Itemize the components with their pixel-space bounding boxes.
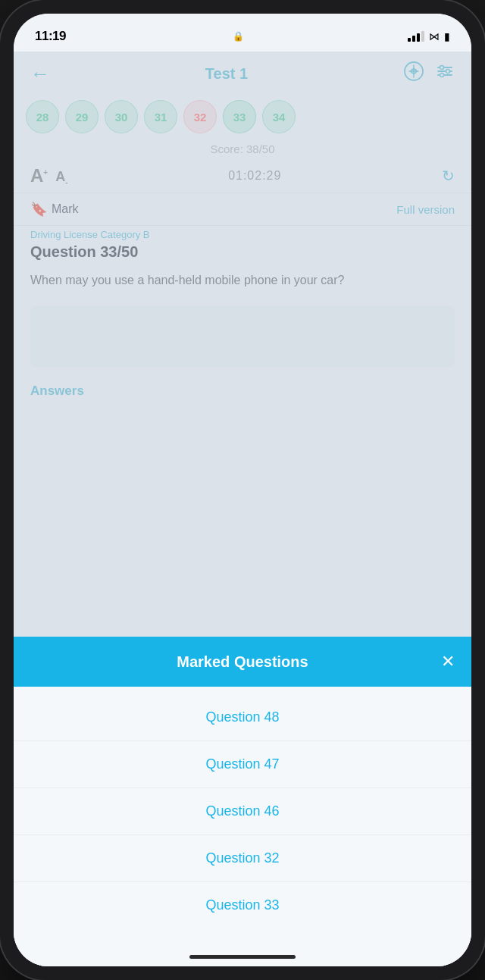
screen-content: ← Test 1 <box>14 52 471 966</box>
phone-shell: 11:19 🔒 ⋈ ▮ ← Test 1 <box>0 0 485 980</box>
battery-icon: ▮ <box>444 30 450 42</box>
modal-item-q48[interactable]: Question 48 <box>14 694 471 741</box>
status-bar: 11:19 🔒 ⋈ ▮ <box>14 14 471 52</box>
modal-item-q33[interactable]: Question 33 <box>14 882 471 928</box>
status-icons: ⋈ ▮ <box>408 30 450 42</box>
signal-icon <box>408 31 424 42</box>
modal-item-q32[interactable]: Question 32 <box>14 835 471 882</box>
modal-item-q47[interactable]: Question 47 <box>14 741 471 788</box>
lock-icon: 🔒 <box>233 31 244 42</box>
modal-title: Marked Questions <box>53 653 432 671</box>
modal-close-button[interactable]: ✕ <box>432 652 455 672</box>
status-time: 11:19 <box>35 29 66 44</box>
modal-list: Question 48 Question 47 Question 46 Ques… <box>14 687 471 936</box>
wifi-icon: ⋈ <box>429 30 440 42</box>
marked-questions-modal: Marked Questions ✕ Question 48 Question … <box>14 637 471 966</box>
modal-header: Marked Questions ✕ <box>14 637 471 687</box>
phone-screen: 11:19 🔒 ⋈ ▮ ← Test 1 <box>14 14 471 966</box>
modal-item-q46[interactable]: Question 46 <box>14 788 471 835</box>
home-indicator <box>189 955 296 959</box>
